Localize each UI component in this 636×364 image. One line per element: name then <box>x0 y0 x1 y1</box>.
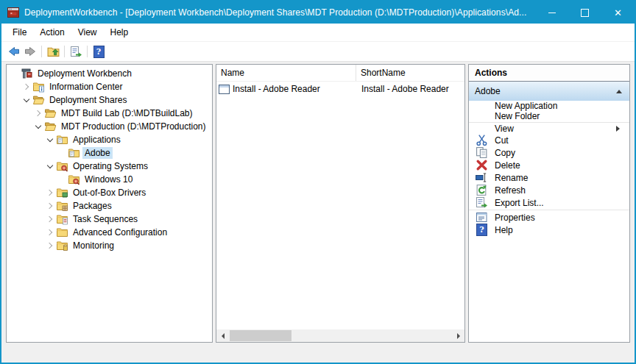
tree-item-label: Task Sequences <box>71 213 140 225</box>
action-view[interactable]: View <box>469 124 629 134</box>
tree-item-label: Adobe <box>82 147 113 159</box>
export-list-button[interactable] <box>68 43 84 60</box>
actions-separator <box>469 210 629 210</box>
tree-item-applications[interactable]: Applications <box>7 133 212 146</box>
up-one-level-button[interactable] <box>45 43 61 60</box>
folder-doc-icon <box>68 147 80 159</box>
actions-separator <box>469 122 629 123</box>
folder-open-icon <box>32 94 45 106</box>
menu-bar: File Action View Help <box>1 24 635 42</box>
tree-item-advanced-configuration[interactable]: Advanced Configuration <box>7 226 212 239</box>
action-new-application[interactable]: New Application <box>469 101 629 111</box>
column-header-name[interactable]: Name <box>216 65 356 81</box>
tree-item-mdt-production-d-mdtproduction[interactable]: MDT Production (D:\MDTProduction) <box>7 120 212 133</box>
tree-item-out-of-box-drivers[interactable]: Out-of-Box Drivers <box>7 186 212 199</box>
menu-file[interactable]: File <box>6 24 33 41</box>
application-name: Install - Adobe Reader <box>233 84 320 94</box>
scrollbar-thumb[interactable] <box>230 330 292 341</box>
toolbar-separator <box>41 46 42 57</box>
action-refresh[interactable]: Refresh <box>469 184 629 196</box>
tree-item-label: MDT Build Lab (D:\MDTBuildLab) <box>59 107 195 119</box>
tree-item-monitoring[interactable]: Monitoring <box>7 239 212 252</box>
cut-scissors-icon <box>476 134 488 146</box>
action-help[interactable]: ?Help <box>469 224 629 236</box>
folder-open-icon <box>44 107 57 119</box>
results-list-pane: Name ShortName Install - Adobe Reader In… <box>216 64 465 343</box>
horizontal-scrollbar[interactable] <box>216 329 464 342</box>
list-cell-shortname: Install - Adobe Reader <box>356 84 464 94</box>
action-label: Help <box>495 225 513 235</box>
list-cell-name: Install - Adobe Reader <box>216 84 356 94</box>
help-button[interactable]: ? <box>91 43 107 60</box>
chevron-expanded-icon[interactable] <box>21 95 32 105</box>
properties-sheet-icon <box>476 211 488 224</box>
folder-doc-icon <box>56 134 68 146</box>
tree-item-adobe[interactable]: Adobe <box>7 146 212 160</box>
content-area: Deployment WorkbenchInformation CenterDe… <box>1 62 635 345</box>
folder-info-icon <box>32 81 45 93</box>
tree-item-label: MDT Production (D:\MDTProduction) <box>59 121 208 132</box>
menu-view[interactable]: View <box>71 24 104 41</box>
folder-os-icon <box>68 174 80 185</box>
tree-item-operating-systems[interactable]: Operating Systems <box>7 160 212 173</box>
action-copy[interactable]: Copy <box>469 146 629 159</box>
tree-item-label: Operating Systems <box>71 160 150 172</box>
collapse-up-arrow-icon <box>616 87 622 93</box>
chevron-collapsed-icon[interactable] <box>45 214 55 224</box>
menu-help[interactable]: Help <box>104 24 135 41</box>
action-cut[interactable]: Cut <box>469 134 629 146</box>
chevron-collapsed-icon[interactable] <box>45 201 55 211</box>
folder-os-icon <box>56 160 68 172</box>
action-label: Copy <box>495 148 515 158</box>
close-button[interactable]: ✕ <box>601 1 635 24</box>
column-header-shortname[interactable]: ShortName <box>356 65 464 81</box>
action-properties[interactable]: Properties <box>469 211 629 224</box>
help-question-icon: ? <box>93 46 105 58</box>
tree-item-task-sequences[interactable]: Task Sequences <box>7 213 212 226</box>
forward-button[interactable] <box>22 43 38 60</box>
chevron-collapsed-icon[interactable] <box>21 82 32 92</box>
maximize-button[interactable] <box>568 1 601 24</box>
tree-item-mdt-build-lab-d-mdtbuildlab[interactable]: MDT Build Lab (D:\MDTBuildLab) <box>7 107 212 120</box>
tree-item-windows-10[interactable]: Windows 10 <box>7 173 212 186</box>
submenu-right-arrow-icon <box>616 126 623 132</box>
folder-tasks-icon <box>56 213 68 225</box>
scroll-left-button[interactable] <box>216 329 229 342</box>
list-row-install-adobe-reader[interactable]: Install - Adobe Reader Install - Adobe R… <box>216 82 464 96</box>
action-new-folder[interactable]: New Folder <box>469 111 629 121</box>
tree-item-label: Windows 10 <box>82 174 135 185</box>
action-label: View <box>495 124 514 134</box>
tree-item-packages[interactable]: Packages <box>7 199 212 213</box>
close-icon: ✕ <box>614 8 622 18</box>
tree-item-deployment-shares[interactable]: Deployment Shares <box>7 93 212 107</box>
chevron-expanded-icon[interactable] <box>33 121 43 132</box>
actions-group-header-adobe[interactable]: Adobe <box>469 82 629 101</box>
chevron-collapsed-icon[interactable] <box>45 227 55 238</box>
title-bar: DeploymentWorkbench - [Deployment Workbe… <box>1 1 635 24</box>
tree-item-deployment-workbench[interactable]: Deployment Workbench <box>7 67 212 80</box>
toolbar-separator <box>64 46 65 57</box>
action-label: Properties <box>495 213 535 223</box>
mmc-console-icon <box>7 7 19 18</box>
scroll-right-button[interactable] <box>452 329 464 342</box>
chevron-collapsed-icon[interactable] <box>45 240 55 251</box>
action-label: New Application <box>495 101 557 111</box>
chevron-collapsed-icon[interactable] <box>45 188 55 198</box>
action-label: Export List... <box>495 198 544 208</box>
action-rename[interactable]: Rename <box>469 171 629 184</box>
menu-action[interactable]: Action <box>33 24 71 41</box>
toolbar: ? <box>1 42 635 62</box>
chevron-collapsed-icon[interactable] <box>33 108 43 118</box>
action-label: Delete <box>495 160 520 171</box>
back-button[interactable] <box>6 43 22 60</box>
tree-item-information-center[interactable]: Information Center <box>7 80 212 93</box>
minimize-button[interactable] <box>535 1 568 24</box>
chevron-expanded-icon[interactable] <box>45 135 55 145</box>
chevron-expanded-icon[interactable] <box>45 161 55 171</box>
action-export-list[interactable]: Export List... <box>469 196 629 209</box>
folder-drivers-icon <box>56 187 68 199</box>
folder-packages-icon <box>56 200 68 212</box>
action-delete[interactable]: Delete <box>469 159 629 171</box>
folder-open-icon <box>44 121 57 132</box>
tree-item-label: Deployment Shares <box>47 94 129 106</box>
